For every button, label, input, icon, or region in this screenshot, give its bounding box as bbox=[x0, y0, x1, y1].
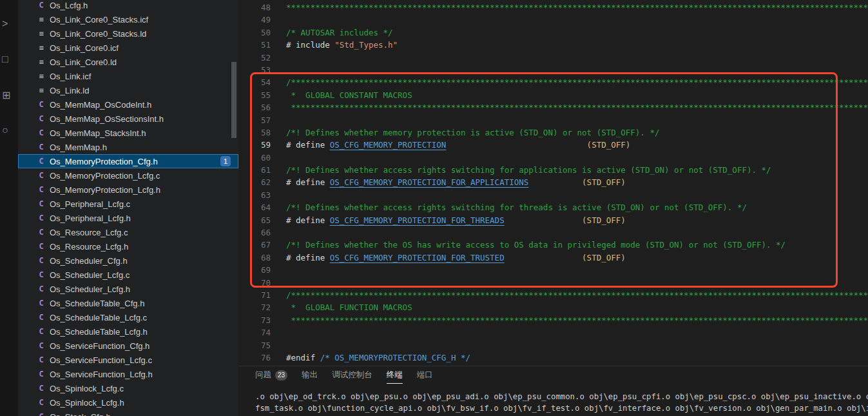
line-number: 66 bbox=[238, 226, 271, 239]
code-line[interactable]: 54/*************************************… bbox=[238, 76, 868, 88]
line-number: 48 bbox=[238, 1, 271, 14]
code-line[interactable]: 68# define OS_CFG_MEMORY_PROTECTION_FOR_… bbox=[238, 252, 868, 264]
file-item[interactable]: COs_Scheduler_Cfg.h bbox=[18, 253, 238, 268]
account-icon[interactable]: ○ bbox=[1, 122, 17, 139]
file-item[interactable]: ≡Os_Link_Core0_Stacks.icf bbox=[18, 12, 238, 26]
file-item[interactable]: COs_Peripheral_Lcfg.h bbox=[18, 211, 238, 225]
c-file-icon: C bbox=[37, 199, 46, 208]
file-name: Os_Peripheral_Lcfg.h bbox=[50, 213, 131, 223]
panel-tab-output[interactable]: 输出 bbox=[302, 366, 318, 384]
file-item[interactable]: COs_ScheduleTable_Lcfg.h bbox=[18, 324, 238, 339]
chevron-right-icon[interactable]: > bbox=[1, 15, 17, 32]
window-icon[interactable]: □ bbox=[1, 51, 17, 68]
panel-tab-label: 端口 bbox=[417, 370, 433, 381]
file-item[interactable]: COs_ScheduleTable_Cfg.h bbox=[18, 296, 238, 310]
code-line[interactable]: 64/*! Defines whether access rights swit… bbox=[238, 201, 868, 213]
file-item[interactable]: COs_MemMap_StacksInt.h bbox=[18, 126, 238, 140]
file-item[interactable]: COs_Lcfg.h bbox=[18, 0, 238, 12]
file-item[interactable]: COs_MemoryProtection_Lcfg.h bbox=[18, 183, 238, 197]
code-line[interactable]: 55 * GLOBAL CONSTANT MACROS bbox=[238, 89, 868, 101]
code-editor[interactable]: 48**************************************… bbox=[238, 0, 868, 366]
file-item[interactable]: COs_ServiceFunction_Cfg.h bbox=[18, 339, 238, 353]
file-item[interactable]: COs_Scheduler_Lcfg.c bbox=[18, 268, 238, 282]
code-text: # define OS_CFG_MEMORY_PROTECTION_FOR_AP… bbox=[286, 176, 626, 188]
file-item[interactable]: COs_MemoryProtection_Lcfg.c bbox=[18, 168, 238, 183]
panel-tab-debug-console[interactable]: 调试控制台 bbox=[332, 366, 372, 384]
code-line[interactable]: 61/*! Defines whether access rights swit… bbox=[238, 164, 868, 176]
code-line[interactable]: 65# define OS_CFG_MEMORY_PROTECTION_FOR_… bbox=[238, 214, 868, 226]
vscode-window: >□⊞○ COs_Lcfg.h≡Os_Link_Core0_Stacks.icf… bbox=[0, 0, 868, 416]
code-line[interactable]: 59# define OS_CFG_MEMORY_PROTECTION (STD… bbox=[238, 139, 868, 151]
file-item[interactable]: ≡Os_Link.ld bbox=[18, 83, 238, 97]
code-text: /***************************************… bbox=[286, 76, 868, 88]
file-name: Os_ScheduleTable_Lcfg.h bbox=[50, 327, 148, 337]
code-line[interactable]: 62# define OS_CFG_MEMORY_PROTECTION_FOR_… bbox=[238, 176, 868, 188]
code-line[interactable]: 57 bbox=[238, 114, 868, 126]
terminal-output[interactable]: .o obj\ep_od_trck.o obj\ep_psu.o obj\ep_… bbox=[238, 384, 868, 414]
linker-file-icon: ≡ bbox=[37, 29, 46, 38]
c-file-icon: C bbox=[37, 185, 46, 194]
code-line[interactable]: 63 bbox=[238, 189, 868, 201]
code-line[interactable]: 75 bbox=[238, 339, 868, 352]
code-line[interactable]: 53 bbox=[238, 64, 868, 76]
code-text: ****************************************… bbox=[286, 1, 868, 14]
code-line[interactable]: 72 * GLOBAL FUNCTION MACROS bbox=[238, 301, 868, 313]
file-item[interactable]: COs_MemMap_OsCodeInt.h bbox=[18, 97, 238, 112]
code-line[interactable]: 69 bbox=[238, 264, 868, 276]
code-line[interactable]: 73 *************************************… bbox=[238, 314, 868, 326]
code-line[interactable]: 48**************************************… bbox=[238, 1, 868, 14]
file-item[interactable]: COs_MemMap.h bbox=[18, 140, 238, 154]
panel-tab-problems[interactable]: 问题23 bbox=[255, 366, 287, 384]
sidebar-scrollbar[interactable] bbox=[231, 62, 236, 138]
linker-file-icon: ≡ bbox=[37, 43, 46, 52]
file-item[interactable]: ≡Os_Link_Core0_Stacks.ld bbox=[18, 26, 238, 41]
problem-count-badge: 1 bbox=[220, 156, 231, 166]
code-text: # define OS_CFG_MEMORY_PROTECTION_FOR_TR… bbox=[286, 252, 626, 264]
file-item[interactable]: COs_ScheduleTable_Lcfg.c bbox=[18, 310, 238, 324]
panel-tab-ports[interactable]: 端口 bbox=[417, 366, 433, 384]
code-line[interactable]: 49 bbox=[238, 14, 868, 26]
line-number: 75 bbox=[238, 339, 271, 352]
file-name: Os_Lcfg.h bbox=[50, 1, 88, 10]
code-line[interactable]: 52 bbox=[238, 52, 868, 64]
line-number: 52 bbox=[238, 52, 271, 64]
file-item[interactable]: COs_MemMap_OsSectionsInt.h bbox=[18, 112, 238, 126]
file-item[interactable]: ≡Os_Link_Core0.ld bbox=[18, 55, 238, 69]
file-name: Os_Spinlock_Lcfg.h bbox=[50, 398, 124, 408]
file-item[interactable]: COs_ServiceFunction_Lcfg.h bbox=[18, 367, 238, 381]
code-line[interactable]: 60 bbox=[238, 152, 868, 164]
code-line[interactable]: 76#endif /* OS_MEMORYPROTECTION_CFG_H */ bbox=[238, 352, 868, 364]
c-file-icon: C bbox=[37, 1, 46, 10]
file-item[interactable]: COs_Resource_Lcfg.c bbox=[18, 225, 238, 239]
code-line[interactable]: 67/*! Defines whether the OS has write a… bbox=[238, 239, 868, 251]
c-file-icon: C bbox=[37, 370, 46, 379]
file-name: Os_ServiceFunction_Lcfg.h bbox=[50, 370, 153, 379]
file-item[interactable]: COs_Resource_Lcfg.h bbox=[18, 239, 238, 253]
code-text: # define OS_CFG_MEMORY_PROTECTION (STD_O… bbox=[286, 139, 630, 151]
line-number: 56 bbox=[238, 101, 271, 114]
code-line[interactable]: 70 bbox=[238, 277, 868, 289]
file-item[interactable]: COs_Scheduler_Lcfg.h bbox=[18, 282, 238, 296]
code-line[interactable]: 71/*************************************… bbox=[238, 289, 868, 301]
grid-icon[interactable]: ⊞ bbox=[1, 86, 17, 103]
file-item[interactable]: ≡Os_Link_Core0.icf bbox=[18, 41, 238, 55]
file-name: Os_Scheduler_Lcfg.c bbox=[50, 270, 130, 280]
code-line[interactable]: 66 bbox=[238, 226, 868, 239]
code-line[interactable]: 50/* AUTOSAR includes */ bbox=[238, 26, 868, 39]
code-line[interactable]: 56 *************************************… bbox=[238, 101, 868, 114]
c-file-icon: C bbox=[37, 327, 46, 336]
file-item[interactable]: COs_MemoryProtection_Cfg.h1 bbox=[18, 154, 238, 168]
file-item[interactable]: COs_ServiceFunction_Lcfg.c bbox=[18, 353, 238, 367]
panel-tab-terminal[interactable]: 终端 bbox=[387, 366, 403, 384]
file-item[interactable]: COs_Stack_Cfg.h bbox=[18, 410, 238, 416]
file-name: Os_Scheduler_Lcfg.h bbox=[50, 284, 130, 294]
code-line[interactable]: 74 bbox=[238, 326, 868, 339]
file-item[interactable]: COs_Spinlock_Lcfg.c bbox=[18, 381, 238, 395]
code-line[interactable]: 58/*! Defines whether memory protection … bbox=[238, 126, 868, 139]
code-line[interactable]: 51# include "Std_Types.h" bbox=[238, 39, 868, 51]
file-list: COs_Lcfg.h≡Os_Link_Core0_Stacks.icf≡Os_L… bbox=[18, 0, 238, 416]
file-item[interactable]: COs_Spinlock_Lcfg.h bbox=[18, 395, 238, 410]
line-number: 59 bbox=[238, 139, 271, 151]
file-item[interactable]: ≡Os_Link.icf bbox=[18, 69, 238, 83]
file-item[interactable]: COs_Peripheral_Lcfg.c bbox=[18, 197, 238, 211]
